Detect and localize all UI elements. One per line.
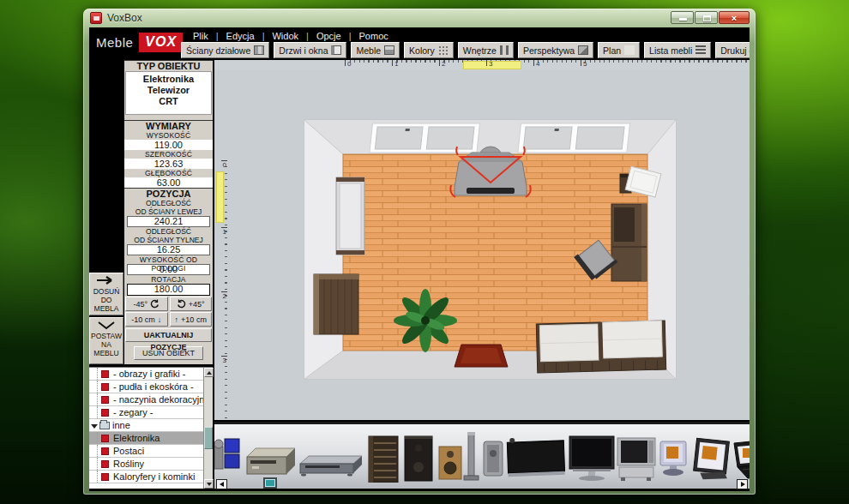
thumb-hifi-rack[interactable] <box>369 436 398 483</box>
move-down-10-button[interactable]: -10 cm ↓ <box>125 312 168 327</box>
close-icon: × <box>720 12 749 23</box>
toolbar: Ściany działowe Drzwi i okna Meble Kolor… <box>181 42 750 59</box>
room-canvas[interactable] <box>214 70 750 420</box>
update-position-button[interactable]: UAKTUALNIJ POZYCJĘ <box>125 328 212 342</box>
snap-to-furniture-button[interactable]: DOSUŃ DO MEBLA <box>89 273 123 315</box>
distance-left-label: ODLEGŁOŚĆOD ŚCIANY LEWEJ <box>124 199 213 216</box>
move-up-10-button[interactable]: ↑ +10 cm <box>170 312 213 327</box>
chevron-down-icon <box>90 320 123 332</box>
desktop: VoxBox × Meble VOX Plik | Edycja | Wi <box>0 0 849 504</box>
thumb-av-receiver[interactable] <box>247 448 295 474</box>
desk[interactable] <box>611 204 647 281</box>
object-type-value: Elektronika Telewizor CRT <box>125 71 212 115</box>
furniture-button[interactable]: Meble <box>351 42 400 58</box>
colors-button[interactable]: Kolory <box>404 42 454 58</box>
door-icon <box>331 45 341 55</box>
category-naczynia-dekoracyjne[interactable]: - naczynia dekoracyjne - <box>89 393 203 406</box>
category-zegary[interactable]: - zegary - <box>89 406 203 419</box>
arrow-up-icon: ↑ <box>175 315 179 324</box>
item-thumbnail-strip <box>214 422 750 489</box>
minimize-icon <box>679 18 687 21</box>
interior-button[interactable]: Wnętrze <box>458 42 514 58</box>
folder-icon <box>99 422 110 429</box>
category-pudla-i-ekoskora[interactable]: - pudła i ekoskóra - <box>89 381 203 393</box>
category-postaci[interactable]: Postaci <box>89 445 203 458</box>
thumb-speaker-small[interactable] <box>484 441 503 476</box>
height-label: WYSOKOŚĆ <box>124 131 213 140</box>
category-kaloryfery-i-kominki[interactable]: Kaloryfery i kominki <box>89 471 203 483</box>
thumb-speaker-large[interactable] <box>405 436 432 481</box>
thumb-speaker-set[interactable] <box>214 439 239 469</box>
triangle-left-icon <box>220 482 224 487</box>
distance-left-input[interactable]: 240.21 <box>127 216 210 227</box>
menu-widok[interactable]: Widok <box>272 31 298 41</box>
rotate-ccw-icon <box>150 299 160 309</box>
depth-label: GŁĘBOKOŚĆ <box>124 169 213 177</box>
height-from-floor-input[interactable]: 0.00 <box>127 264 210 275</box>
print-image-button[interactable]: Drukuj obraz <box>715 42 750 58</box>
triangle-right-icon <box>741 482 745 487</box>
perspective-button[interactable]: Perspektywa <box>518 42 593 58</box>
plant[interactable] <box>394 289 457 352</box>
category-obrazy-i-grafiki[interactable]: - obrazy i grafiki - <box>89 368 203 381</box>
scrollbar-thumb[interactable] <box>204 427 213 449</box>
plan-button[interactable]: Plan <box>598 42 640 58</box>
minimize-button[interactable] <box>671 11 694 24</box>
width-label: SZEROKOŚĆ <box>124 150 213 159</box>
interior-icon <box>500 45 509 55</box>
thumb-tv-flat-wide[interactable] <box>507 436 565 477</box>
menu-edycja[interactable]: Edycja <box>226 31 255 41</box>
doors-windows-button[interactable]: Drzwi i okna <box>274 42 346 58</box>
height-from-floor-label: WYSOKOŚĆ OD PODŁOGI <box>124 255 213 264</box>
thumbnails-scroll-left-button[interactable] <box>216 479 227 489</box>
perspective-icon <box>578 45 588 55</box>
thumbnails-scroll-right-button[interactable] <box>737 479 748 489</box>
window[interactable] <box>518 123 630 153</box>
app-content: Meble VOX Plik | Edycja | Widok | Opcje … <box>89 27 750 491</box>
maximize-button[interactable] <box>695 11 718 24</box>
wardrobe[interactable] <box>314 274 358 334</box>
thumb-tv-crt[interactable] <box>617 438 655 481</box>
thumb-dvd-player[interactable] <box>300 456 362 477</box>
distance-back-input[interactable]: 16.25 <box>127 244 210 255</box>
colors-icon <box>438 45 449 55</box>
category-elektronika[interactable]: Elektronika <box>89 432 203 445</box>
menu-opcje[interactable]: Opcje <box>316 31 341 41</box>
partition-walls-button[interactable]: Ściany działowe <box>181 42 269 58</box>
titlebar[interactable]: VoxBox × <box>83 9 756 27</box>
thumb-speaker-wood[interactable] <box>439 447 461 479</box>
close-button[interactable]: × <box>719 11 750 24</box>
place-on-furniture-button[interactable]: POSTAW NA MEBLU <box>89 317 123 364</box>
thumb-monitor-crt[interactable] <box>660 441 686 476</box>
arrow-down-icon: ↓ <box>158 315 162 324</box>
category-rosliny[interactable]: Rośliny <box>89 458 203 471</box>
thumb-speaker-column[interactable] <box>464 432 479 480</box>
rotate-cw-button[interactable]: +45° <box>170 297 213 311</box>
thumb-monitor-flat[interactable] <box>693 438 732 482</box>
window[interactable] <box>370 123 480 153</box>
menu-pomoc[interactable]: Pomoc <box>359 31 388 41</box>
thumb-tv-flat[interactable] <box>569 436 614 481</box>
category-icon <box>101 370 109 378</box>
menu-plik[interactable]: Plik <box>193 31 208 41</box>
type-header: TYP OBIEKTU <box>124 60 213 71</box>
wall-icon <box>254 45 264 55</box>
rug[interactable] <box>455 345 508 367</box>
arrow-right-icon <box>90 275 123 287</box>
delete-object-button[interactable]: USUŃ OBIEKT <box>134 346 203 360</box>
thumb-laptop[interactable] <box>734 440 750 478</box>
scroll-up-button[interactable] <box>204 368 214 377</box>
ruler-selection-highlight <box>216 171 224 223</box>
depth-value: 63.00 <box>124 177 213 188</box>
beds[interactable] <box>536 321 665 373</box>
category-group-inne[interactable]: inne <box>89 419 203 432</box>
wall-cabinet[interactable] <box>336 177 364 255</box>
triangle-down-icon <box>207 483 212 486</box>
category-icon <box>101 473 109 481</box>
furniture-list-button[interactable]: Lista mebli <box>644 42 711 58</box>
rotate-ccw-button[interactable]: -45° <box>125 297 168 311</box>
category-scrollbar[interactable] <box>203 368 213 489</box>
rotation-input[interactable]: 180.00 <box>127 284 210 296</box>
scroll-down-button[interactable] <box>204 479 214 489</box>
rotation-label: ROTACJA <box>124 275 213 284</box>
